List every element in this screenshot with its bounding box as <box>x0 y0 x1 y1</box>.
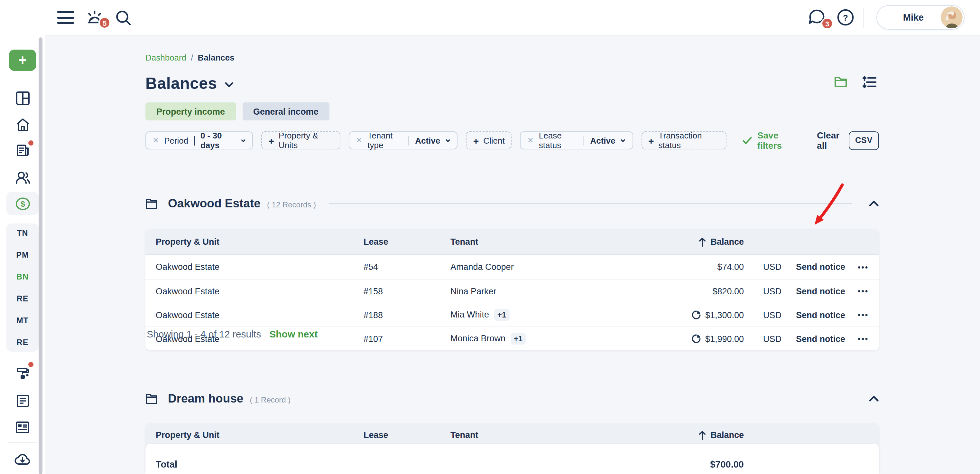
csv-export-button[interactable]: CSV <box>849 131 879 150</box>
row-menu-button[interactable]: ••• <box>856 310 879 319</box>
breadcrumb-dashboard-link[interactable]: Dashboard <box>145 53 186 62</box>
filter-bar: ✕ Period 0 - 30 days +Property & Units ✕… <box>145 130 879 151</box>
tab-property-income[interactable]: Property income <box>145 102 236 120</box>
sidebar-item-equipment[interactable] <box>0 367 45 381</box>
section-name: Oakwood Estate <box>168 196 261 211</box>
sidebar-scrollbar[interactable] <box>38 37 43 474</box>
chevron-down-icon <box>620 138 626 143</box>
tenant-extra-badge[interactable]: +1 <box>494 309 509 321</box>
row-menu-button[interactable]: ••• <box>856 287 879 295</box>
pagination: Showing 1 - 4 of 12 results Show next <box>147 329 318 339</box>
sidebar-item-news[interactable] <box>0 143 45 158</box>
cell-tenant: Monica Brown+1 <box>450 333 624 345</box>
filter-chip-period[interactable]: ✕ Period 0 - 30 days <box>145 131 253 149</box>
notifications-badge: 3 <box>821 18 833 30</box>
sidebar-item-import[interactable] <box>0 452 45 466</box>
title-row: Balances <box>145 74 234 93</box>
alarm-icon[interactable]: 5 <box>85 8 104 27</box>
send-notice-button[interactable]: Send notice <box>793 310 856 320</box>
cell-lease: #54 <box>364 262 450 272</box>
sidebar-shortcut-re[interactable]: RE <box>0 294 45 303</box>
notifications-icon[interactable]: 3 <box>808 8 826 26</box>
collapse-section-icon[interactable] <box>869 396 879 402</box>
partial-payment-icon <box>692 334 701 343</box>
row-menu-button[interactable]: ••• <box>856 262 879 271</box>
chevron-down-icon <box>241 138 246 143</box>
sidebar-shortcut-mt[interactable]: MT <box>0 316 45 325</box>
save-filters-button[interactable]: Save filters <box>743 130 801 151</box>
table-row: Oakwood Estate #54 Amanda Cooper $74.00 … <box>145 255 879 279</box>
partial-payment-icon <box>692 310 701 319</box>
cell-currency: USD <box>744 286 793 296</box>
sidebar-shortcut-re2[interactable]: RE <box>0 338 45 347</box>
cell-currency: USD <box>744 334 793 343</box>
remove-filter-icon[interactable]: ✕ <box>356 136 362 145</box>
total-label: Total <box>145 459 364 469</box>
page-title: Balances <box>145 74 217 93</box>
svg-text:?: ? <box>843 13 848 22</box>
col-balance[interactable]: Balance <box>624 430 744 440</box>
check-icon <box>743 136 752 145</box>
user-menu-button[interactable]: Mike <box>877 5 964 30</box>
row-menu-button[interactable]: ••• <box>856 334 879 343</box>
table-row: Oakwood Estate #188 Mia White+1 $1,300.0… <box>145 303 879 327</box>
show-next-link[interactable]: Show next <box>269 329 318 339</box>
hamburger-menu-icon[interactable] <box>57 11 75 24</box>
cell-property: Oakwood Estate <box>145 286 364 296</box>
search-icon[interactable] <box>114 8 132 26</box>
cell-balance: $1,300.00 <box>624 310 744 320</box>
add-button[interactable]: + <box>9 49 36 71</box>
sidebar-item-tenants[interactable] <box>0 170 45 185</box>
equipment-alert-dot <box>28 362 33 367</box>
send-notice-button[interactable]: Send notice <box>793 262 856 272</box>
breadcrumb-current: Balances <box>197 53 234 62</box>
help-icon[interactable]: ? <box>837 8 854 26</box>
col-property[interactable]: Property & Unit <box>145 237 364 247</box>
display-settings-icon[interactable] <box>862 76 877 88</box>
col-tenant[interactable]: Tenant <box>450 237 624 247</box>
cell-lease: #107 <box>364 334 450 343</box>
col-tenant[interactable]: Tenant <box>450 430 624 440</box>
tab-general-income[interactable]: General income <box>242 102 329 120</box>
user-name: Mike <box>877 12 941 22</box>
sidebar-shortcut-group <box>6 223 38 352</box>
collapse-section-icon[interactable] <box>869 200 879 207</box>
filter-chip-tenant-type[interactable]: ✕ Tenant type Active <box>349 131 458 149</box>
cell-lease: #188 <box>364 310 450 320</box>
tenant-extra-badge[interactable]: +1 <box>511 333 526 345</box>
filter-add-property-units[interactable]: +Property & Units <box>262 131 341 149</box>
title-chevron-down-icon[interactable] <box>225 82 234 88</box>
section-divider <box>329 203 852 204</box>
col-lease[interactable]: Lease <box>364 430 450 440</box>
section-header-dreamhouse: Dream house ( 1 Record ) <box>145 390 879 407</box>
sidebar-shortcut-tn[interactable]: TN <box>0 229 45 238</box>
showing-results-text: Showing 1 - 4 of 12 results <box>147 329 261 339</box>
cell-balance: $820.00 <box>624 286 744 296</box>
clear-all-button[interactable]: Clear all <box>817 130 849 151</box>
col-property[interactable]: Property & Unit <box>145 430 364 440</box>
sidebar-item-cards[interactable] <box>0 421 45 434</box>
remove-filter-icon[interactable]: ✕ <box>527 136 534 145</box>
cell-lease: #158 <box>364 286 450 296</box>
sidebar-item-home[interactable] <box>0 117 45 132</box>
cell-balance: $1,990.00 <box>624 334 744 343</box>
filter-add-client[interactable]: +Client <box>466 131 512 149</box>
sidebar-shortcut-bn[interactable]: BN <box>0 273 45 281</box>
sidebar-divider <box>8 442 37 443</box>
send-notice-button[interactable]: Send notice <box>793 286 856 296</box>
col-balance[interactable]: Balance <box>624 237 744 247</box>
breadcrumb-separator: / <box>191 53 193 62</box>
send-notice-button[interactable]: Send notice <box>793 334 856 343</box>
section-header-oakwood: Oakwood Estate ( 12 Records ) <box>145 195 879 212</box>
cell-currency: USD <box>744 310 793 320</box>
sidebar-item-dashboard[interactable] <box>0 91 45 105</box>
col-lease[interactable]: Lease <box>364 237 450 247</box>
table-header-row: Property & Unit Lease Tenant Balance <box>145 229 879 255</box>
filter-add-transaction-status[interactable]: +Transaction status <box>641 131 727 149</box>
sidebar-shortcut-pm[interactable]: PM <box>0 251 45 260</box>
sidebar-item-documents[interactable] <box>0 394 45 408</box>
sidebar-item-finance[interactable]: $ <box>0 196 45 211</box>
remove-filter-icon[interactable]: ✕ <box>153 136 159 145</box>
filter-chip-lease-status[interactable]: ✕ Lease status Active <box>520 131 633 149</box>
group-folder-icon[interactable] <box>834 76 848 88</box>
